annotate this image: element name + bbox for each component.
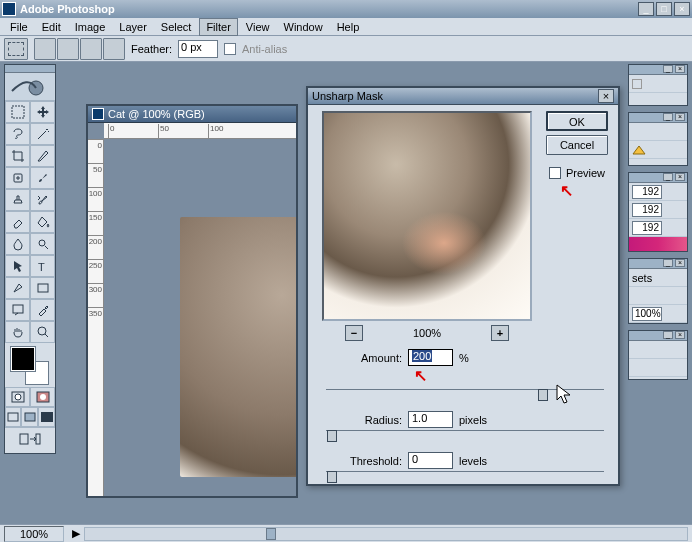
dialog-titlebar[interactable]: Unsharp Mask × [308, 88, 618, 105]
panel-close-icon[interactable]: × [675, 65, 685, 73]
amount-input[interactable]: 200 [408, 349, 453, 366]
tool-pen[interactable] [5, 277, 30, 299]
tool-move[interactable] [30, 101, 55, 123]
horizontal-scrollbar[interactable] [84, 527, 688, 541]
status-bar: 100% ▶ [0, 524, 692, 542]
ruler-tick: 100 [88, 187, 103, 211]
menu-file[interactable]: File [4, 19, 34, 35]
tool-blur[interactable] [5, 233, 30, 255]
selection-new-icon[interactable] [34, 38, 56, 60]
tool-eraser[interactable] [5, 211, 30, 233]
canvas[interactable] [104, 139, 296, 496]
radius-input[interactable]: 1.0 [408, 411, 453, 428]
document-titlebar[interactable]: Cat @ 100% (RGB) [88, 106, 296, 123]
preview-label: Preview [566, 167, 605, 179]
jump-to-imageready-icon[interactable] [5, 427, 55, 449]
info-value: 192 [632, 221, 662, 235]
quick-mask-off-icon[interactable] [5, 387, 30, 407]
panel-minimize-icon[interactable]: _ [663, 173, 673, 181]
tool-type[interactable]: T [30, 255, 55, 277]
panel-close-icon[interactable]: × [675, 113, 685, 121]
preview-checkbox[interactable] [549, 167, 561, 179]
ok-button[interactable]: OK [546, 111, 608, 131]
window-maximize-button[interactable]: □ [656, 2, 672, 16]
ruler-horizontal[interactable]: 0 50 100 [104, 123, 296, 139]
dialog-preview-image[interactable] [322, 111, 532, 321]
panel-close-icon[interactable]: × [675, 259, 685, 267]
tool-eyedropper[interactable] [30, 299, 55, 321]
quick-mask-on-icon[interactable] [30, 387, 55, 407]
menu-help[interactable]: Help [331, 19, 366, 35]
feather-input[interactable]: 0 px [178, 40, 218, 58]
panel-zoom-value[interactable]: 100% [632, 307, 662, 321]
tool-crop[interactable] [5, 145, 30, 167]
tool-shape[interactable] [30, 277, 55, 299]
menubar: File Edit Image Layer Select Filter View… [0, 18, 692, 36]
dialog-close-button[interactable]: × [598, 89, 614, 103]
selection-subtract-icon[interactable] [80, 38, 102, 60]
panel-minimize-icon[interactable]: _ [663, 331, 673, 339]
status-zoom[interactable]: 100% [4, 526, 64, 542]
threshold-slider[interactable] [326, 471, 604, 485]
panel-minimize-icon[interactable]: _ [663, 113, 673, 121]
amount-slider[interactable] [326, 389, 604, 403]
ruler-vertical[interactable]: 0 50 100 150 200 250 300 350 [88, 139, 104, 496]
threshold-input[interactable]: 0 [408, 452, 453, 469]
screen-mode-full-menubar-icon[interactable] [21, 407, 38, 427]
tool-clone-stamp[interactable] [5, 189, 30, 211]
tool-paint-bucket[interactable] [30, 211, 55, 233]
tool-zoom[interactable] [30, 321, 55, 343]
menu-view[interactable]: View [240, 19, 276, 35]
panel-close-icon[interactable]: × [675, 173, 685, 181]
menu-filter[interactable]: Filter [199, 18, 237, 36]
cancel-button[interactable]: Cancel [546, 135, 608, 155]
tool-lasso[interactable] [5, 123, 30, 145]
ruler-tick: 50 [88, 163, 103, 187]
screen-mode-full-icon[interactable] [38, 407, 55, 427]
antialias-checkbox[interactable] [224, 43, 236, 55]
dialog-title: Unsharp Mask [312, 90, 598, 102]
radius-unit: pixels [459, 414, 487, 426]
document-image [180, 217, 296, 477]
color-ramp[interactable] [629, 237, 687, 251]
panel-minimize-icon[interactable]: _ [663, 65, 673, 73]
tool-hand[interactable] [5, 321, 30, 343]
selection-add-icon[interactable] [57, 38, 79, 60]
ruler-tick: 50 [158, 124, 169, 138]
window-close-button[interactable]: × [674, 2, 690, 16]
tool-notes[interactable] [5, 299, 30, 321]
layers-panel: _× [628, 330, 688, 380]
foreground-color-swatch[interactable] [11, 347, 35, 371]
selection-intersect-icon[interactable] [103, 38, 125, 60]
current-tool-swatch[interactable] [4, 38, 28, 60]
zoom-out-button[interactable]: − [345, 325, 363, 341]
tool-slice[interactable] [30, 145, 55, 167]
status-menu-arrow-icon[interactable]: ▶ [72, 527, 80, 540]
menu-window[interactable]: Window [278, 19, 329, 35]
svg-point-3 [39, 240, 45, 246]
tool-brush[interactable] [30, 167, 55, 189]
fg-bg-swatches[interactable] [5, 343, 55, 387]
unsharp-mask-dialog: Unsharp Mask × − 100% + OK Cancel Previe… [306, 86, 620, 486]
panel-minimize-icon[interactable]: _ [663, 259, 673, 267]
tool-dodge[interactable] [30, 233, 55, 255]
menu-image[interactable]: Image [69, 19, 112, 35]
tool-healing-brush[interactable] [5, 167, 30, 189]
scrollbar-thumb[interactable] [266, 528, 276, 540]
radius-slider[interactable] [326, 430, 604, 444]
panel-close-icon[interactable]: × [675, 331, 685, 339]
menu-layer[interactable]: Layer [113, 19, 153, 35]
color-panel: _× [628, 112, 688, 166]
menu-select[interactable]: Select [155, 19, 198, 35]
toolbox-handle[interactable] [5, 65, 55, 73]
screen-mode-standard-icon[interactable] [5, 407, 21, 427]
window-minimize-button[interactable]: _ [638, 2, 654, 16]
tool-marquee[interactable] [5, 101, 30, 123]
menu-edit[interactable]: Edit [36, 19, 67, 35]
zoom-in-button[interactable]: + [491, 325, 509, 341]
tool-path-select[interactable] [5, 255, 30, 277]
tool-history-brush[interactable] [30, 189, 55, 211]
tool-magic-wand[interactable] [30, 123, 55, 145]
svg-rect-14 [41, 412, 53, 422]
amount-unit: % [459, 352, 469, 364]
